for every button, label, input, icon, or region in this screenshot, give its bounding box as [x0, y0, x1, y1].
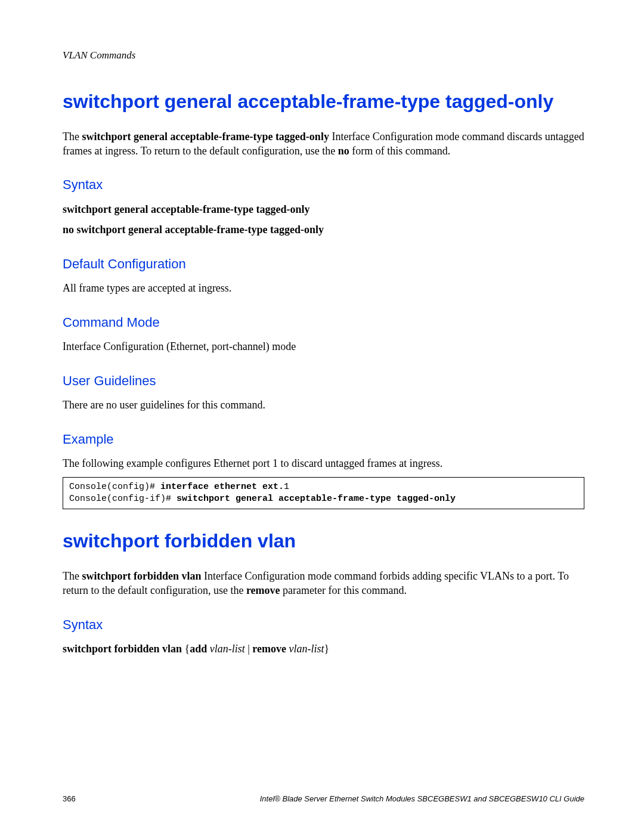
syntax-kw: switchport forbidden vlan: [63, 643, 182, 655]
keyword-remove: remove: [246, 584, 280, 596]
heading-command-mode: Command Mode: [63, 314, 584, 332]
code-line-2: Console(config-if)# switchport general a…: [69, 493, 578, 505]
page-number: 366: [63, 794, 76, 804]
section-title-2: switchport forbidden vlan: [63, 531, 584, 552]
keyword-no: no: [338, 145, 349, 157]
syntax-line-1: switchport general acceptable-frame-type…: [63, 202, 584, 216]
text: parameter for this command.: [280, 584, 407, 596]
code-bold: interface ethernet ext.: [160, 482, 284, 492]
section2-intro: The switchport forbidden vlan Interface …: [63, 569, 584, 598]
user-guidelines-text: There are no user guidelines for this co…: [63, 398, 584, 412]
example-text: The following example configures Etherne…: [63, 456, 584, 470]
heading-user-guidelines: User Guidelines: [63, 372, 584, 390]
default-config-text: All frame types are accepted at ingress.: [63, 281, 584, 295]
syntax-kw: remove: [252, 643, 286, 655]
syntax-kw: add: [190, 643, 207, 655]
syntax-line-forbidden: switchport forbidden vlan {add vlan-list…: [63, 642, 584, 656]
chapter-header: VLAN Commands: [63, 49, 584, 63]
section-title-1: switchport general acceptable-frame-type…: [63, 91, 584, 113]
code-text: Console(config)#: [69, 482, 160, 492]
text: The: [63, 570, 82, 582]
command-name: switchport forbidden vlan: [82, 570, 201, 582]
code-bold: switchport general acceptable-frame-type…: [177, 494, 456, 504]
text: The: [63, 131, 82, 143]
guide-title: Intel® Blade Server Ethernet Switch Modu…: [260, 794, 584, 804]
page-footer: 366 Intel® Blade Server Ethernet Switch …: [63, 794, 584, 804]
heading-example: Example: [63, 431, 584, 448]
syntax-text: |: [245, 643, 253, 655]
code-text: Console(config-if)#: [69, 494, 177, 504]
command-name: switchport general acceptable-frame-type…: [82, 131, 329, 143]
code-example-box: Console(config)# interface ethernet ext.…: [63, 477, 584, 510]
heading-default-configuration: Default Configuration: [63, 255, 584, 273]
command-mode-text: Interface Configuration (Ethernet, port-…: [63, 339, 584, 354]
section1-intro: The switchport general acceptable-frame-…: [63, 129, 584, 159]
page: VLAN Commands switchport general accepta…: [0, 0, 644, 833]
syntax-var: vlan-list: [210, 643, 245, 655]
code-text: 1: [284, 482, 289, 492]
syntax-line-2: no switchport general acceptable-frame-t…: [63, 222, 584, 237]
syntax-text: }: [324, 643, 329, 655]
heading-syntax: Syntax: [63, 176, 584, 194]
syntax-text: {: [182, 643, 190, 655]
heading-syntax-2: Syntax: [63, 616, 584, 634]
text: form of this command.: [349, 145, 450, 157]
syntax-var: vlan-list: [289, 643, 324, 655]
code-line-1: Console(config)# interface ethernet ext.…: [69, 481, 578, 493]
